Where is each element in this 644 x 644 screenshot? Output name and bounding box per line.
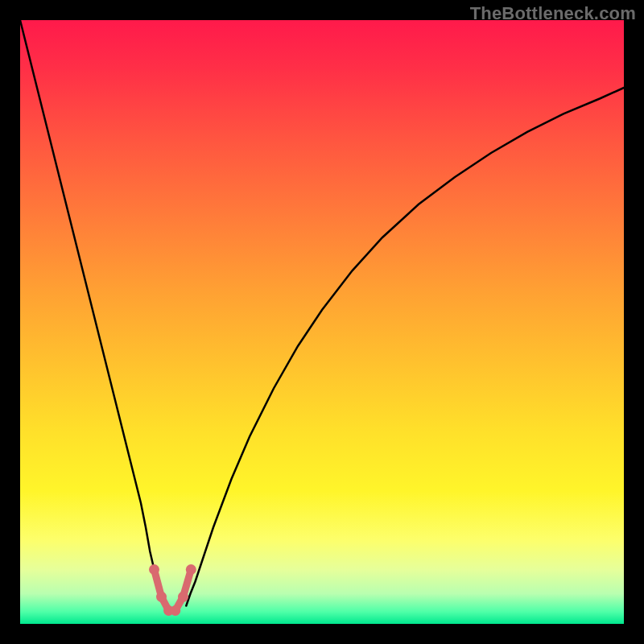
optimum-marker-dot xyxy=(178,592,188,602)
optimum-marker-dot xyxy=(149,564,159,575)
curve-left-branch xyxy=(20,20,165,606)
chart-root: TheBottleneck.com xyxy=(0,0,644,644)
optimum-marker xyxy=(155,570,192,611)
optimum-marker-dot xyxy=(170,605,180,616)
watermark-text: TheBottleneck.com xyxy=(470,3,636,24)
curve-right-branch xyxy=(186,88,624,606)
chart-svg xyxy=(20,20,624,624)
optimum-marker-dot xyxy=(156,592,167,602)
optimum-marker-dot xyxy=(186,564,196,575)
